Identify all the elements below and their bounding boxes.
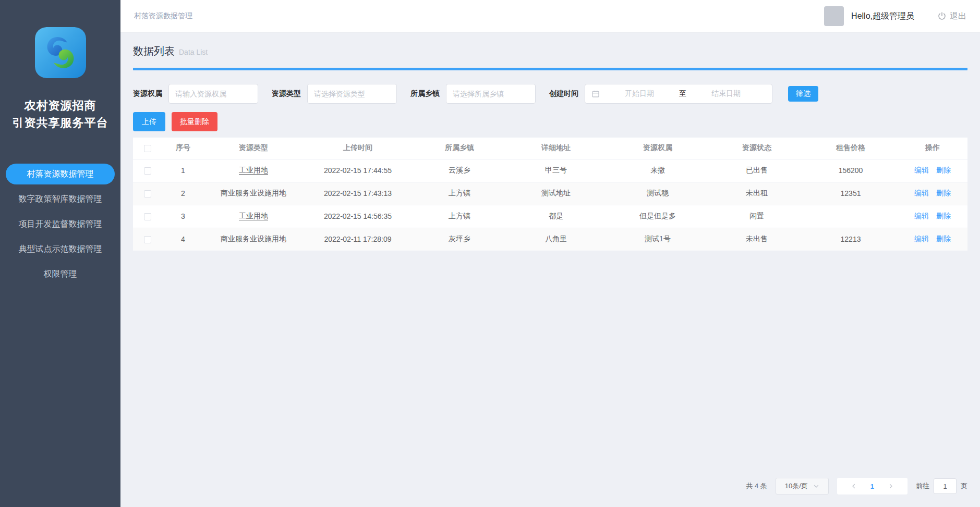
edit-link[interactable]: 编辑 xyxy=(914,212,929,220)
select-all-checkbox[interactable] xyxy=(144,145,151,152)
action-row: 上传 批量删除 xyxy=(133,112,967,131)
page-size-select[interactable]: 10条/页 xyxy=(776,478,829,494)
sidebar-item-pilot-demo-data[interactable]: 典型试点示范数据管理 xyxy=(6,239,115,259)
table-row: 4 商业服务业设施用地 2022-02-11 17:28:09 灰坪乡 八角里 … xyxy=(133,228,967,251)
next-page-button[interactable] xyxy=(884,483,898,489)
goto-label: 前往 xyxy=(916,481,929,491)
total-count-label: 共 4 条 xyxy=(746,481,767,491)
cell-town: 上方镇 xyxy=(413,182,506,205)
cell-ownership: 但是但是多 xyxy=(606,205,710,228)
ownership-filter-input[interactable] xyxy=(168,84,258,104)
chevron-right-icon xyxy=(888,483,894,489)
type-filter-label: 资源类型 xyxy=(272,89,301,98)
prev-page-button[interactable] xyxy=(846,483,861,489)
type-filter-select[interactable] xyxy=(307,84,397,104)
avatar xyxy=(824,6,844,26)
column-header-actions: 操作 xyxy=(898,138,967,159)
topbar: 村落资源数据管理 Hello,超级管理员 退出 xyxy=(120,0,980,33)
logout-label: 退出 xyxy=(950,11,966,22)
page-size-value: 10条/页 xyxy=(785,481,808,491)
table-header-row: 序号 资源类型 上传时间 所属乡镇 详细地址 资源权属 资源状态 租售价格 操作 xyxy=(133,138,967,159)
created-time-filter-label: 创建时间 xyxy=(549,89,578,98)
edit-link[interactable]: 编辑 xyxy=(914,234,929,243)
calendar-icon xyxy=(591,90,600,98)
cell-upload-time: 2022-02-15 17:44:55 xyxy=(303,159,413,182)
delete-link[interactable]: 删除 xyxy=(936,212,951,220)
cell-resource-type: 商业服务业设施用地 xyxy=(221,189,286,197)
user-greeting: Hello,超级管理员 xyxy=(851,11,914,22)
town-filter-select[interactable] xyxy=(446,84,536,104)
cell-ownership: 测试1号 xyxy=(606,228,710,251)
logout-button[interactable]: 退出 xyxy=(937,11,966,22)
page-unit-label: 页 xyxy=(961,481,967,491)
sidebar-item-project-supervision-data[interactable]: 项目开发监督数据管理 xyxy=(6,214,115,234)
table-row: 1 工业用地 2022-02-15 17:44:55 云溪乡 甲三号 来撒 已出… xyxy=(133,159,967,182)
cell-seq: 2 xyxy=(162,182,204,205)
column-header-town: 所属乡镇 xyxy=(413,138,506,159)
batch-delete-button[interactable]: 批量删除 xyxy=(172,112,217,131)
table-row: 2 商业服务业设施用地 2022-02-15 17:43:13 上方镇 测试地址… xyxy=(133,182,967,205)
cell-status: 未出租 xyxy=(710,182,804,205)
start-date-placeholder: 开始日期 xyxy=(600,89,679,98)
row-checkbox[interactable] xyxy=(144,236,151,243)
topbar-right: Hello,超级管理员 退出 xyxy=(824,6,966,26)
row-checkbox[interactable] xyxy=(144,213,151,220)
sidebar-menu: 村落资源数据管理 数字政策智库数据管理 项目开发监督数据管理 典型试点示范数据管… xyxy=(0,164,120,289)
cell-status: 闲置 xyxy=(710,205,804,228)
cell-price: 12351 xyxy=(804,182,898,205)
cell-upload-time: 2022-02-15 17:43:13 xyxy=(303,182,413,205)
page-subtitle: Data List xyxy=(179,48,208,56)
app-title-line2: 引资共享服务平台 xyxy=(13,114,108,131)
cell-status: 未出售 xyxy=(710,228,804,251)
cell-seq: 3 xyxy=(162,205,204,228)
chevron-left-icon xyxy=(851,483,857,489)
goto-page: 前往 页 xyxy=(916,478,967,494)
column-header-upload-time: 上传时间 xyxy=(303,138,413,159)
date-range-picker[interactable]: 开始日期 至 结束日期 xyxy=(585,84,772,104)
power-icon xyxy=(937,11,947,21)
sidebar-item-village-resource-data[interactable]: 村落资源数据管理 xyxy=(6,164,115,184)
column-header-price: 租售价格 xyxy=(804,138,898,159)
goto-page-input[interactable] xyxy=(934,478,957,494)
town-filter-label: 所属乡镇 xyxy=(410,89,440,98)
delete-link[interactable]: 删除 xyxy=(936,234,951,243)
chevron-down-icon xyxy=(813,483,819,489)
edit-link[interactable]: 编辑 xyxy=(914,189,929,197)
cell-address: 八角里 xyxy=(506,228,606,251)
breadcrumb: 村落资源数据管理 xyxy=(134,11,192,21)
table-row: 3 工业用地 2022-02-15 14:56:35 上方镇 都是 但是但是多 … xyxy=(133,205,967,228)
edit-link[interactable]: 编辑 xyxy=(914,166,929,174)
upload-button[interactable]: 上传 xyxy=(133,112,165,131)
cell-seq: 4 xyxy=(162,228,204,251)
cell-resource-type: 商业服务业设施用地 xyxy=(221,234,286,243)
table-body: 1 工业用地 2022-02-15 17:44:55 云溪乡 甲三号 来撒 已出… xyxy=(133,159,967,251)
sidebar-item-permission-management[interactable]: 权限管理 xyxy=(6,264,115,285)
cell-ownership: 来撒 xyxy=(606,159,710,182)
filter-button[interactable]: 筛选 xyxy=(788,86,818,102)
cell-upload-time: 2022-02-11 17:28:09 xyxy=(303,228,413,251)
cell-upload-time: 2022-02-15 14:56:35 xyxy=(303,205,413,228)
filter-row: 资源权属 资源类型 所属乡镇 创建时间 开始日期 至 结束日期 筛选 xyxy=(133,84,967,104)
column-header-seq: 序号 xyxy=(162,138,204,159)
title-divider xyxy=(133,68,967,70)
row-checkbox[interactable] xyxy=(144,190,151,197)
column-header-address: 详细地址 xyxy=(506,138,606,159)
end-date-placeholder: 结束日期 xyxy=(686,89,766,98)
app-logo-icon xyxy=(35,27,86,78)
sidebar-item-digital-policy-data[interactable]: 数字政策智库数据管理 xyxy=(6,189,115,209)
cell-town: 云溪乡 xyxy=(413,159,506,182)
current-page-button[interactable]: 1 xyxy=(861,483,884,490)
app-title-line1: 农村资源招商 xyxy=(13,97,108,114)
date-range-separator: 至 xyxy=(679,89,686,98)
delete-link[interactable]: 删除 xyxy=(936,189,951,197)
row-checkbox[interactable] xyxy=(144,167,151,175)
cell-seq: 1 xyxy=(162,159,204,182)
cell-ownership: 测试稳 xyxy=(606,182,710,205)
cell-price: 12213 xyxy=(804,228,898,251)
cell-town: 灰坪乡 xyxy=(413,228,506,251)
cell-price: 156200 xyxy=(804,159,898,182)
cell-address: 都是 xyxy=(506,205,606,228)
page-title-row: 数据列表 Data List xyxy=(133,44,967,58)
delete-link[interactable]: 删除 xyxy=(936,166,951,174)
pager: 1 xyxy=(837,478,908,494)
